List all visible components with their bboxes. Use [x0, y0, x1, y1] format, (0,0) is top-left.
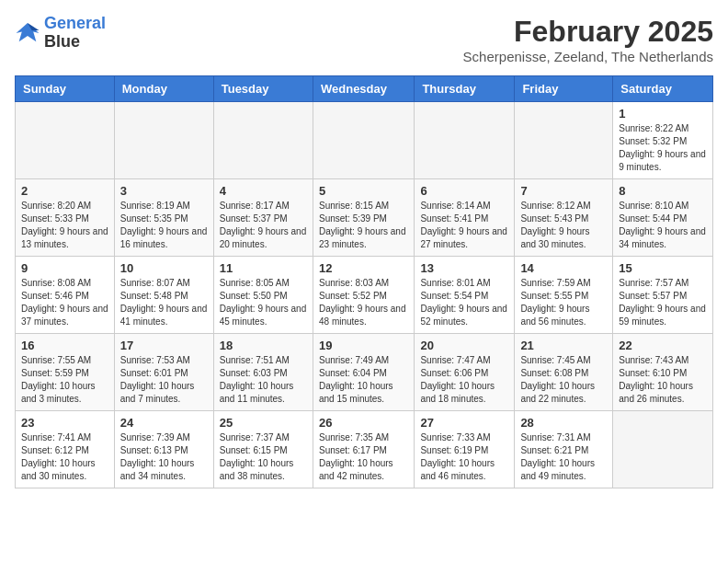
- page-header: General Blue February 2025 Scherpenisse,…: [15, 15, 713, 64]
- calendar-week-row: 1Sunrise: 8:22 AM Sunset: 5:32 PM Daylig…: [16, 102, 713, 179]
- calendar-cell: 2Sunrise: 8:20 AM Sunset: 5:33 PM Daylig…: [16, 179, 115, 257]
- day-info: Sunrise: 7:51 AM Sunset: 6:03 PM Dayligh…: [220, 354, 307, 406]
- day-info: Sunrise: 8:22 AM Sunset: 5:32 PM Dayligh…: [619, 122, 707, 174]
- day-info: Sunrise: 8:10 AM Sunset: 5:44 PM Dayligh…: [619, 200, 707, 251]
- calendar-cell: 24Sunrise: 7:39 AM Sunset: 6:13 PM Dayli…: [114, 411, 213, 488]
- calendar-cell: 5Sunrise: 8:15 AM Sunset: 5:39 PM Daylig…: [313, 179, 414, 257]
- day-info: Sunrise: 8:20 AM Sunset: 5:33 PM Dayligh…: [21, 200, 108, 251]
- calendar-cell: [213, 102, 313, 179]
- calendar-week-row: 2Sunrise: 8:20 AM Sunset: 5:33 PM Daylig…: [16, 179, 713, 257]
- day-info: Sunrise: 8:15 AM Sunset: 5:39 PM Dayligh…: [319, 200, 408, 251]
- day-info: Sunrise: 7:57 AM Sunset: 5:57 PM Dayligh…: [619, 277, 707, 328]
- day-info: Sunrise: 7:31 AM Sunset: 6:21 PM Dayligh…: [520, 431, 607, 483]
- calendar-cell: 10Sunrise: 8:07 AM Sunset: 5:48 PM Dayli…: [114, 257, 213, 334]
- calendar-cell: 25Sunrise: 7:37 AM Sunset: 6:15 PM Dayli…: [213, 411, 313, 488]
- day-info: Sunrise: 7:37 AM Sunset: 6:15 PM Dayligh…: [220, 431, 307, 483]
- calendar-cell: 7Sunrise: 8:12 AM Sunset: 5:43 PM Daylig…: [515, 179, 613, 257]
- day-number: 5: [319, 184, 408, 198]
- calendar-cell: 3Sunrise: 8:19 AM Sunset: 5:35 PM Daylig…: [114, 179, 213, 257]
- day-info: Sunrise: 8:07 AM Sunset: 5:48 PM Dayligh…: [120, 277, 208, 328]
- day-info: Sunrise: 8:01 AM Sunset: 5:54 PM Dayligh…: [420, 277, 508, 328]
- day-info: Sunrise: 7:53 AM Sunset: 6:01 PM Dayligh…: [120, 354, 208, 406]
- calendar-week-row: 9Sunrise: 8:08 AM Sunset: 5:46 PM Daylig…: [16, 257, 713, 334]
- day-number: 18: [220, 339, 307, 352]
- calendar-cell: 1Sunrise: 8:22 AM Sunset: 5:32 PM Daylig…: [613, 102, 713, 179]
- day-info: Sunrise: 8:03 AM Sunset: 5:52 PM Dayligh…: [319, 277, 408, 328]
- day-info: Sunrise: 7:55 AM Sunset: 5:59 PM Dayligh…: [21, 354, 108, 406]
- day-number: 28: [520, 416, 607, 430]
- day-number: 7: [520, 184, 607, 198]
- calendar-cell: 20Sunrise: 7:47 AM Sunset: 6:06 PM Dayli…: [415, 334, 515, 411]
- day-info: Sunrise: 8:05 AM Sunset: 5:50 PM Dayligh…: [220, 277, 307, 328]
- calendar-title: February 2025: [463, 15, 713, 49]
- calendar-cell: 19Sunrise: 7:49 AM Sunset: 6:04 PM Dayli…: [313, 334, 414, 411]
- day-number: 12: [319, 261, 408, 275]
- logo-icon: [15, 20, 40, 46]
- calendar-cell: 27Sunrise: 7:33 AM Sunset: 6:19 PM Dayli…: [415, 411, 515, 488]
- day-number: 1: [619, 107, 707, 121]
- col-header-thursday: Thursday: [415, 76, 515, 102]
- day-info: Sunrise: 7:45 AM Sunset: 6:08 PM Dayligh…: [520, 354, 607, 406]
- day-number: 15: [619, 261, 707, 275]
- calendar-cell: 16Sunrise: 7:55 AM Sunset: 5:59 PM Dayli…: [16, 334, 115, 411]
- calendar-subtitle: Scherpenisse, Zeeland, The Netherlands: [463, 49, 713, 64]
- calendar-cell: 13Sunrise: 8:01 AM Sunset: 5:54 PM Dayli…: [415, 257, 515, 334]
- calendar-week-row: 16Sunrise: 7:55 AM Sunset: 5:59 PM Dayli…: [16, 334, 713, 411]
- day-info: Sunrise: 7:41 AM Sunset: 6:12 PM Dayligh…: [21, 431, 108, 483]
- calendar-cell: 4Sunrise: 8:17 AM Sunset: 5:37 PM Daylig…: [213, 179, 313, 257]
- day-info: Sunrise: 8:19 AM Sunset: 5:35 PM Dayligh…: [120, 200, 208, 251]
- logo-text: General Blue: [44, 15, 106, 52]
- calendar-cell: [16, 102, 115, 179]
- day-number: 25: [220, 416, 307, 430]
- day-number: 10: [120, 261, 208, 275]
- day-number: 9: [21, 261, 108, 275]
- day-info: Sunrise: 7:35 AM Sunset: 6:17 PM Dayligh…: [319, 431, 408, 483]
- day-number: 17: [120, 339, 208, 352]
- calendar-cell: [415, 102, 515, 179]
- day-number: 6: [420, 184, 508, 198]
- calendar-header-row: SundayMondayTuesdayWednesdayThursdayFrid…: [16, 76, 713, 102]
- day-number: 16: [21, 339, 108, 352]
- day-number: 20: [420, 339, 508, 352]
- calendar-cell: [313, 102, 414, 179]
- day-number: 11: [220, 261, 307, 275]
- logo: General Blue: [15, 15, 106, 52]
- col-header-sunday: Sunday: [16, 76, 115, 102]
- col-header-tuesday: Tuesday: [213, 76, 313, 102]
- day-number: 21: [520, 339, 607, 352]
- day-info: Sunrise: 8:14 AM Sunset: 5:41 PM Dayligh…: [420, 200, 508, 251]
- calendar-cell: 8Sunrise: 8:10 AM Sunset: 5:44 PM Daylig…: [613, 179, 713, 257]
- calendar-week-row: 23Sunrise: 7:41 AM Sunset: 6:12 PM Dayli…: [16, 411, 713, 488]
- day-number: 27: [420, 416, 508, 430]
- calendar-cell: [613, 411, 713, 488]
- calendar-cell: 9Sunrise: 8:08 AM Sunset: 5:46 PM Daylig…: [16, 257, 115, 334]
- day-info: Sunrise: 8:12 AM Sunset: 5:43 PM Dayligh…: [520, 200, 607, 251]
- day-info: Sunrise: 8:17 AM Sunset: 5:37 PM Dayligh…: [220, 200, 307, 251]
- calendar-cell: [114, 102, 213, 179]
- col-header-monday: Monday: [114, 76, 213, 102]
- calendar-cell: 15Sunrise: 7:57 AM Sunset: 5:57 PM Dayli…: [613, 257, 713, 334]
- calendar-cell: 17Sunrise: 7:53 AM Sunset: 6:01 PM Dayli…: [114, 334, 213, 411]
- col-header-wednesday: Wednesday: [313, 76, 414, 102]
- title-block: February 2025 Scherpenisse, Zeeland, The…: [463, 15, 713, 64]
- calendar-cell: 11Sunrise: 8:05 AM Sunset: 5:50 PM Dayli…: [213, 257, 313, 334]
- day-info: Sunrise: 7:59 AM Sunset: 5:55 PM Dayligh…: [520, 277, 607, 328]
- day-info: Sunrise: 7:33 AM Sunset: 6:19 PM Dayligh…: [420, 431, 508, 483]
- day-info: Sunrise: 7:43 AM Sunset: 6:10 PM Dayligh…: [619, 354, 707, 406]
- day-info: Sunrise: 8:08 AM Sunset: 5:46 PM Dayligh…: [21, 277, 108, 328]
- calendar-cell: 12Sunrise: 8:03 AM Sunset: 5:52 PM Dayli…: [313, 257, 414, 334]
- calendar-cell: 22Sunrise: 7:43 AM Sunset: 6:10 PM Dayli…: [613, 334, 713, 411]
- day-number: 22: [619, 339, 707, 352]
- day-number: 23: [21, 416, 108, 430]
- day-number: 2: [21, 184, 108, 198]
- col-header-saturday: Saturday: [613, 76, 713, 102]
- day-number: 24: [120, 416, 208, 430]
- day-number: 14: [520, 261, 607, 275]
- day-number: 13: [420, 261, 508, 275]
- day-number: 19: [319, 339, 408, 352]
- calendar-cell: 26Sunrise: 7:35 AM Sunset: 6:17 PM Dayli…: [313, 411, 414, 488]
- calendar-cell: 14Sunrise: 7:59 AM Sunset: 5:55 PM Dayli…: [515, 257, 613, 334]
- calendar-cell: 23Sunrise: 7:41 AM Sunset: 6:12 PM Dayli…: [16, 411, 115, 488]
- day-number: 3: [120, 184, 208, 198]
- day-info: Sunrise: 7:49 AM Sunset: 6:04 PM Dayligh…: [319, 354, 408, 406]
